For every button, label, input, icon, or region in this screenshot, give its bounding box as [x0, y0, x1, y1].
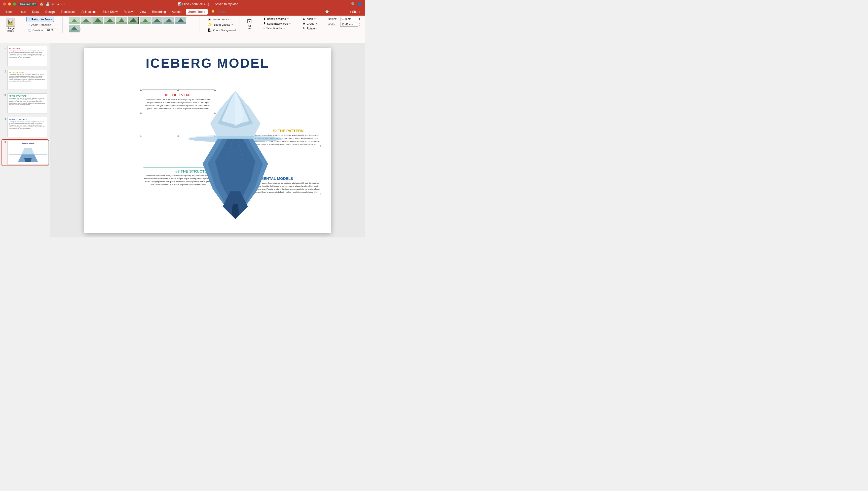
slide-thumbnail-5[interactable]: ICEBERG MODEL [7, 141, 49, 165]
zoom-thumb-4[interactable] [104, 17, 115, 24]
slide-thumbnail-4[interactable]: #4 MENTAL MODELS Lorem ipsum dolor sit a… [7, 117, 47, 137]
slide-thumbnail-3[interactable]: #3 THE STRUCTURE Lorem ipsum dolor sit a… [7, 93, 47, 113]
ribbon-arrange-group: ⬆ Bring Forwards ▾ ⬇ Send Backwards ▾ ≡ … [259, 17, 295, 30]
zoom-thumb-10[interactable] [175, 17, 186, 24]
menu-view[interactable]: View [137, 9, 148, 15]
zoom-transition-button[interactable]: ✓ Zoom Transition [26, 22, 53, 27]
handle-bl[interactable] [140, 135, 142, 137]
rotate-button[interactable]: ↻ Rotate ▾ [301, 26, 319, 30]
slide-thumbnail-1[interactable]: #1 THE EVENT Lorem ipsum dolor sit amet,… [7, 46, 47, 66]
house-icon[interactable]: 🏠 [39, 2, 44, 6]
ribbon: 🖼️ Change Image ✓ Return to Zoom ✓ Zoom … [0, 16, 365, 43]
zoom-thumbnail-strip: › [67, 17, 200, 32]
bring-forwards-button[interactable]: ⬆ Bring Forwards ▾ [261, 17, 291, 21]
chevron-down-icon7: ▾ [316, 27, 317, 30]
zoom-thumb-2[interactable] [81, 17, 92, 24]
width-down-icon[interactable]: ▼ [359, 24, 361, 26]
zoom-thumb-5[interactable] [116, 17, 127, 24]
menu-home[interactable]: Home [2, 9, 15, 15]
zoom-thumb-8[interactable] [151, 17, 163, 24]
width-input[interactable] [340, 22, 358, 27]
rotate-handle[interactable] [177, 85, 179, 87]
up-arrow-icon[interactable]: ▲ [57, 28, 59, 30]
duration-row: 🕐 Duration: ▲ ▼ [26, 28, 60, 33]
duration-input[interactable] [45, 28, 56, 32]
handle-ml[interactable] [140, 112, 142, 114]
zoom-thumb-7[interactable] [140, 17, 151, 24]
zoom-background-button[interactable]: 🖼 Zoom Background [206, 28, 237, 33]
slide5-thumb-iceberg [9, 144, 47, 162]
tell-me-input[interactable] [216, 10, 246, 13]
more-icon[interactable]: ••• [61, 2, 65, 6]
chevron-down-icon5: ▾ [314, 18, 316, 20]
change-image-button[interactable]: 🖼️ Change Image [4, 17, 17, 33]
maximize-button[interactable] [13, 2, 16, 5]
handle-tm[interactable] [177, 89, 179, 91]
menu-design[interactable]: Design [43, 9, 57, 15]
ribbon-alt-text-group: ⊡ Alt Text [244, 17, 255, 31]
menu-transitions[interactable]: Transitions [58, 9, 78, 15]
alt-text-button[interactable]: ⊡ Alt Text [246, 17, 253, 31]
menu-animations[interactable]: Animations [79, 9, 99, 15]
menu-draw[interactable]: Draw [30, 9, 42, 15]
more-thumbs-arrow[interactable]: › [81, 27, 82, 31]
minimize-button[interactable] [8, 2, 11, 5]
main-layout: 1 #1 THE EVENT Lorem ipsum dolor sit ame… [0, 43, 365, 237]
zoom-thumb-9[interactable] [163, 17, 174, 24]
zoom-effects-icon: ✨ [208, 23, 212, 27]
svg-rect-36 [9, 154, 47, 155]
height-spinner[interactable]: ▲ ▼ [359, 17, 361, 21]
handle-bm[interactable] [177, 135, 179, 137]
menu-recording[interactable]: Recording [149, 9, 168, 15]
width-up-icon[interactable]: ▲ [359, 23, 361, 24]
check-icon2: ✓ [28, 23, 30, 26]
account-icon[interactable]: 👤 [357, 2, 362, 6]
canvas-area[interactable]: ICEBERG MODEL #1 THE EVENT Lorem ipsum d… [50, 43, 365, 237]
slide-item-4[interactable]: 4 #4 MENTAL MODELS Lorem ipsum dolor sit… [2, 116, 48, 138]
zoom-thumb-3[interactable] [92, 17, 104, 24]
handle-tl[interactable] [140, 89, 142, 91]
menu-insert[interactable]: Insert [16, 9, 29, 15]
zoom-border-button[interactable]: ▣ Zoom Border ▾ [206, 17, 233, 22]
zoom-thumb-1[interactable] [69, 17, 80, 24]
slide-item-1[interactable]: 1 #1 THE EVENT Lorem ipsum dolor sit ame… [2, 45, 48, 67]
send-backwards-button[interactable]: ⬇ Send Backwards ▾ [261, 21, 293, 26]
search-icon[interactable]: 🔍 [351, 2, 355, 6]
slide-item-2[interactable]: 2 #2 THE PATTERN Lorem ipsum dolor sit a… [2, 69, 48, 91]
close-button[interactable] [3, 2, 6, 5]
menu-acrobat[interactable]: Acrobat [169, 9, 185, 15]
width-spinner[interactable]: ▲ ▼ [359, 23, 361, 26]
align-icon: ⊟ [303, 17, 305, 20]
zoom-thumb-6[interactable] [128, 17, 139, 24]
undo-icon[interactable]: ↩ [52, 2, 54, 6]
group-button[interactable]: ⊞ Group ▾ [301, 21, 319, 26]
autosave-toggle[interactable]: AutoSave OFF [18, 2, 37, 6]
zoom-effects-button[interactable]: ✨ Zoom Effects ▾ [206, 22, 235, 27]
menu-review[interactable]: Review [121, 9, 136, 15]
menu-slideshow[interactable]: Slide Show [100, 9, 120, 15]
down-arrow-icon[interactable]: ▼ [57, 30, 59, 32]
zoom-thumb-11[interactable] [69, 25, 80, 32]
height-down-icon[interactable]: ▼ [359, 19, 361, 21]
menu-tell-me[interactable]: 💡 [208, 9, 249, 15]
svg-rect-17 [128, 22, 138, 24]
height-up-icon[interactable]: ▲ [359, 17, 361, 19]
selection-pane-button[interactable]: ≡ Selection Pane [261, 26, 287, 30]
share-button[interactable]: ↑ Share [347, 9, 363, 15]
redo-icon[interactable]: ↪ [56, 2, 59, 6]
comments-button[interactable]: 💬 Comments [325, 10, 344, 13]
save-icon[interactable]: 💾 [46, 2, 50, 6]
menu-zoom-tools[interactable]: Zoom Tools [186, 9, 207, 15]
slide4-body: Lorem ipsum dolor sit amet, consectetur … [9, 121, 46, 129]
slide-canvas[interactable]: ICEBERG MODEL #1 THE EVENT Lorem ipsum d… [84, 48, 331, 233]
slide-item-5[interactable]: 5 ICEBERG MODEL [2, 140, 48, 166]
slide-item-3[interactable]: 3 #3 THE STRUCTURE Lorem ipsum dolor sit… [2, 92, 48, 114]
align-button[interactable]: ⊟ Align ▾ [301, 17, 317, 21]
share-icon: ↑ [349, 10, 351, 13]
height-input[interactable] [340, 17, 358, 21]
duration-spinner[interactable]: ▲ ▼ [57, 28, 59, 32]
return-to-zoom-button[interactable]: ✓ Return to Zoom [26, 17, 54, 22]
slide-thumbnail-2[interactable]: #2 THE PATTERN Lorem ipsum dolor sit ame… [7, 70, 47, 90]
chevron-down-icon3: ▾ [287, 18, 289, 20]
rotate-icon: ↻ [303, 27, 305, 30]
